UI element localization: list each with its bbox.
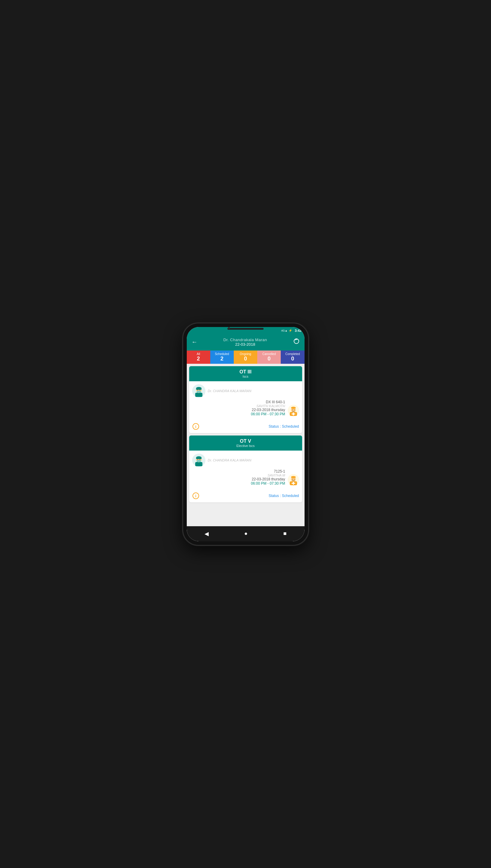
card1-patient-name: SAVITH KALMOTH bbox=[251, 404, 285, 408]
card2-body: Dr. CHANDRA KALA MARAN 7125-1 SAVITHA M … bbox=[189, 451, 302, 491]
card2-ot-title: OT V bbox=[192, 439, 299, 444]
filter-all-label: All bbox=[197, 352, 200, 356]
card2-doctor-avatar bbox=[192, 454, 205, 467]
surgery-card-1: OT III lscs bbox=[189, 366, 302, 433]
card2-patient-name: SAVITHA M bbox=[251, 474, 285, 477]
card1-ot-subtitle: lscs bbox=[192, 374, 299, 378]
card2-details-text: 7125-1 SAVITHA M 22-03-2018 thursday 06:… bbox=[251, 469, 285, 485]
card1-footer: i Status : Scheduled bbox=[189, 421, 302, 433]
card1-time: 06:00 PM - 07:30 PM bbox=[251, 412, 285, 416]
battery-icon: ⚡ bbox=[289, 329, 292, 332]
nav-recent-button[interactable]: ■ bbox=[278, 528, 291, 539]
network-icon: 4G▲ bbox=[281, 329, 288, 332]
svg-rect-30 bbox=[292, 483, 295, 484]
svg-point-32 bbox=[291, 476, 296, 478]
filter-ongoing-label: Ongoing bbox=[240, 352, 251, 356]
svg-point-15 bbox=[292, 410, 292, 410]
svg-rect-2 bbox=[195, 393, 202, 397]
content-area: OT III lscs bbox=[187, 364, 305, 526]
svg-point-7 bbox=[197, 390, 198, 390]
camera bbox=[228, 327, 230, 329]
card2-header: OT V Elective lscs bbox=[189, 436, 302, 451]
card1-info-icon[interactable]: i bbox=[192, 423, 199, 430]
svg-rect-24 bbox=[197, 460, 201, 462]
filter-scheduled-label: Scheduled bbox=[215, 352, 229, 356]
nav-bar: ◀ ● ■ bbox=[187, 526, 305, 541]
svg-point-16 bbox=[294, 410, 294, 410]
card1-doctor-name: Dr. CHANDRA KALA MARAN bbox=[208, 389, 252, 393]
header-date: 22-03-2018 bbox=[199, 342, 292, 346]
card2-info-icon[interactable]: i bbox=[192, 492, 199, 499]
svg-point-34 bbox=[294, 479, 294, 479]
card2-time: 06:00 PM - 07:30 PM bbox=[251, 481, 285, 485]
svg-rect-6 bbox=[197, 391, 201, 393]
card1-date: 22-03-2018 thursday bbox=[251, 408, 285, 412]
card2-ot-subtitle: Elective lscs bbox=[192, 444, 299, 448]
phone-frame: 4G▲ ⚡ 3:43 ← Dr. Chandrakala Maran 22-03… bbox=[183, 324, 308, 545]
svg-point-14 bbox=[291, 407, 296, 409]
app-header: ← Dr. Chandrakala Maran 22-03-2018 bbox=[187, 334, 305, 351]
filter-scheduled-count: 2 bbox=[221, 356, 224, 362]
status-time: 3:43 bbox=[295, 329, 301, 332]
status-icons: 4G▲ ⚡ 3:43 bbox=[281, 329, 301, 332]
filter-completed-label: Completed bbox=[285, 352, 300, 356]
card2-doctor-row: Dr. CHANDRA KALA MARAN bbox=[192, 454, 299, 467]
card1-ot-title: OT III bbox=[192, 369, 299, 374]
svg-point-33 bbox=[292, 479, 292, 479]
nav-home-button[interactable]: ● bbox=[239, 528, 253, 539]
filter-cancelled-count: 0 bbox=[267, 356, 270, 362]
header-center: Dr. Chandrakala Maran 22-03-2018 bbox=[199, 338, 292, 346]
card2-details-row: 7125-1 SAVITHA M 22-03-2018 thursday 06:… bbox=[192, 469, 299, 485]
refresh-button[interactable] bbox=[292, 337, 301, 347]
filter-cancelled-label: Cancelled bbox=[262, 352, 276, 356]
nav-back-button[interactable]: ◀ bbox=[200, 528, 213, 539]
surgery-card-2: OT V Elective lscs bbox=[189, 436, 302, 502]
filter-scheduled[interactable]: Scheduled 2 bbox=[210, 351, 234, 364]
card1-details-row: DX III 640-1 SAVITH KALMOTH 22-03-2018 t… bbox=[192, 400, 299, 416]
filter-cancelled[interactable]: Cancelled 0 bbox=[257, 351, 281, 364]
notch bbox=[227, 328, 264, 330]
card1-header: OT III lscs bbox=[189, 366, 302, 381]
svg-rect-5 bbox=[196, 388, 202, 390]
header-doctor-name: Dr. Chandrakala Maran bbox=[199, 338, 292, 342]
filter-ongoing-count: 0 bbox=[244, 356, 247, 362]
svg-point-25 bbox=[197, 459, 198, 459]
card2-doctor-name: Dr. CHANDRA KALA MARAN bbox=[208, 458, 252, 462]
svg-rect-20 bbox=[195, 462, 202, 466]
svg-text:i: i bbox=[195, 494, 196, 498]
card2-date: 22-03-2018 thursday bbox=[251, 477, 285, 481]
card2-dx-number: 7125-1 bbox=[251, 469, 285, 474]
phone-screen: 4G▲ ⚡ 3:43 ← Dr. Chandrakala Maran 22-03… bbox=[187, 327, 305, 541]
card1-doctor-row: Dr. CHANDRA KALA MARAN bbox=[192, 384, 299, 397]
card2-patient-avatar bbox=[288, 474, 299, 485]
card1-dx-number: DX III 640-1 bbox=[251, 400, 285, 404]
filter-all-count: 2 bbox=[197, 356, 200, 362]
back-button[interactable]: ← bbox=[191, 337, 199, 346]
card1-body: Dr. CHANDRA KALA MARAN DX III 640-1 SAVI… bbox=[189, 381, 302, 421]
card1-patient-avatar bbox=[288, 405, 299, 416]
filter-all[interactable]: All 2 bbox=[187, 351, 210, 364]
svg-rect-23 bbox=[196, 457, 202, 459]
refresh-icon bbox=[293, 338, 300, 344]
card1-doctor-avatar bbox=[192, 384, 205, 397]
svg-text:i: i bbox=[195, 425, 196, 429]
svg-point-8 bbox=[199, 390, 200, 390]
card2-footer: i Status : Scheduled bbox=[189, 491, 302, 502]
card1-details-text: DX III 640-1 SAVITH KALMOTH 22-03-2018 t… bbox=[251, 400, 285, 416]
filter-ongoing[interactable]: Ongoing 0 bbox=[234, 351, 257, 364]
filter-completed[interactable]: Completed 0 bbox=[281, 351, 304, 364]
filter-completed-count: 0 bbox=[291, 356, 294, 362]
card1-status: Status : Scheduled bbox=[269, 424, 299, 428]
card2-status: Status : Scheduled bbox=[269, 494, 299, 498]
svg-point-26 bbox=[199, 459, 200, 459]
svg-rect-12 bbox=[292, 414, 295, 414]
filter-bar: All 2 Scheduled 2 Ongoing 0 Cancelled 0 … bbox=[187, 351, 305, 364]
